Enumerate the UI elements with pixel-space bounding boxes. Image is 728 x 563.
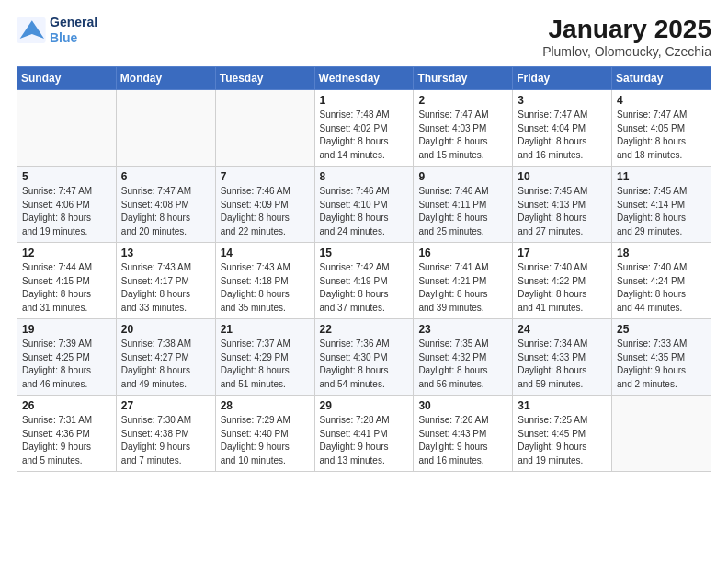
- day-info: Sunrise: 7:31 AM Sunset: 4:36 PM Dayligh…: [22, 414, 111, 467]
- calendar-cell: 31Sunrise: 7:25 AM Sunset: 4:45 PM Dayli…: [513, 396, 612, 472]
- day-info: Sunrise: 7:33 AM Sunset: 4:35 PM Dayligh…: [617, 338, 706, 391]
- calendar-cell: 5Sunrise: 7:47 AM Sunset: 4:06 PM Daylig…: [17, 167, 117, 243]
- calendar-cell: 25Sunrise: 7:33 AM Sunset: 4:35 PM Dayli…: [612, 319, 711, 396]
- day-number: 28: [221, 399, 310, 412]
- day-info: Sunrise: 7:48 AM Sunset: 4:02 PM Dayligh…: [320, 109, 409, 162]
- day-info: Sunrise: 7:46 AM Sunset: 4:10 PM Dayligh…: [320, 185, 409, 238]
- day-number: 15: [320, 247, 409, 259]
- day-header-thursday: Thursday: [414, 67, 513, 90]
- day-info: Sunrise: 7:40 AM Sunset: 4:24 PM Dayligh…: [617, 261, 706, 315]
- day-number: 29: [320, 399, 409, 412]
- day-info: Sunrise: 7:46 AM Sunset: 4:11 PM Dayligh…: [418, 185, 507, 238]
- logo-icon: [17, 17, 46, 43]
- day-info: Sunrise: 7:35 AM Sunset: 4:32 PM Dayligh…: [418, 338, 507, 391]
- calendar-cell: 20Sunrise: 7:38 AM Sunset: 4:27 PM Dayli…: [116, 319, 215, 396]
- day-header-friday: Friday: [513, 67, 612, 90]
- day-number: 19: [22, 323, 111, 336]
- logo-text: General Blue: [50, 15, 97, 46]
- day-info: Sunrise: 7:36 AM Sunset: 4:30 PM Dayligh…: [320, 338, 409, 391]
- calendar-cell: 26Sunrise: 7:31 AM Sunset: 4:36 PM Dayli…: [17, 396, 117, 472]
- day-info: Sunrise: 7:47 AM Sunset: 4:03 PM Dayligh…: [418, 109, 507, 162]
- day-header-monday: Monday: [116, 67, 215, 90]
- day-info: Sunrise: 7:47 AM Sunset: 4:04 PM Dayligh…: [518, 109, 607, 162]
- calendar-cell: 14Sunrise: 7:43 AM Sunset: 4:18 PM Dayli…: [215, 243, 314, 319]
- calendar-cell: 28Sunrise: 7:29 AM Sunset: 4:40 PM Dayli…: [215, 396, 314, 472]
- calendar-cell: 22Sunrise: 7:36 AM Sunset: 4:30 PM Dayli…: [314, 319, 414, 396]
- calendar-cell: 19Sunrise: 7:39 AM Sunset: 4:25 PM Dayli…: [17, 319, 117, 396]
- day-info: Sunrise: 7:38 AM Sunset: 4:27 PM Dayligh…: [121, 338, 210, 391]
- calendar-cell: 30Sunrise: 7:26 AM Sunset: 4:43 PM Dayli…: [414, 396, 513, 472]
- calendar-cell: 29Sunrise: 7:28 AM Sunset: 4:41 PM Dayli…: [314, 396, 414, 472]
- calendar-cell: 24Sunrise: 7:34 AM Sunset: 4:33 PM Dayli…: [513, 319, 612, 396]
- day-number: 18: [617, 247, 706, 259]
- day-number: 1: [320, 94, 409, 107]
- calendar-cell: 12Sunrise: 7:44 AM Sunset: 4:15 PM Dayli…: [17, 243, 117, 319]
- day-number: 21: [221, 323, 310, 336]
- day-info: Sunrise: 7:44 AM Sunset: 4:15 PM Dayligh…: [22, 261, 111, 315]
- calendar-table: SundayMondayTuesdayWednesdayThursdayFrid…: [17, 66, 711, 472]
- day-number: 3: [518, 94, 607, 107]
- day-number: 20: [121, 323, 210, 336]
- day-info: Sunrise: 7:43 AM Sunset: 4:18 PM Dayligh…: [221, 261, 310, 315]
- calendar-header-row: SundayMondayTuesdayWednesdayThursdayFrid…: [17, 67, 711, 90]
- day-header-sunday: Sunday: [17, 67, 117, 90]
- day-header-tuesday: Tuesday: [215, 67, 314, 90]
- calendar-cell: 8Sunrise: 7:46 AM Sunset: 4:10 PM Daylig…: [314, 167, 414, 243]
- day-info: Sunrise: 7:47 AM Sunset: 4:06 PM Dayligh…: [22, 185, 111, 238]
- calendar-cell: 2Sunrise: 7:47 AM Sunset: 4:03 PM Daylig…: [414, 90, 513, 167]
- day-number: 30: [418, 399, 507, 412]
- calendar-cell: 17Sunrise: 7:40 AM Sunset: 4:22 PM Dayli…: [513, 243, 612, 319]
- day-number: 7: [221, 170, 310, 183]
- calendar-cell: 27Sunrise: 7:30 AM Sunset: 4:38 PM Dayli…: [116, 396, 215, 472]
- day-info: Sunrise: 7:47 AM Sunset: 4:05 PM Dayligh…: [617, 109, 706, 162]
- day-info: Sunrise: 7:39 AM Sunset: 4:25 PM Dayligh…: [22, 338, 111, 391]
- day-info: Sunrise: 7:29 AM Sunset: 4:40 PM Dayligh…: [221, 414, 310, 467]
- day-number: 6: [121, 170, 210, 183]
- header: General Blue January 2025 Plumlov, Olomo…: [17, 15, 711, 59]
- calendar-cell: 15Sunrise: 7:42 AM Sunset: 4:19 PM Dayli…: [314, 243, 414, 319]
- day-number: 13: [121, 247, 210, 259]
- day-number: 10: [518, 170, 607, 183]
- calendar-cell: 23Sunrise: 7:35 AM Sunset: 4:32 PM Dayli…: [414, 319, 513, 396]
- calendar-cell: 4Sunrise: 7:47 AM Sunset: 4:05 PM Daylig…: [612, 90, 711, 167]
- calendar-cell: 10Sunrise: 7:45 AM Sunset: 4:13 PM Dayli…: [513, 167, 612, 243]
- day-info: Sunrise: 7:47 AM Sunset: 4:08 PM Dayligh…: [121, 185, 210, 238]
- calendar-week-2: 5Sunrise: 7:47 AM Sunset: 4:06 PM Daylig…: [17, 167, 711, 243]
- day-info: Sunrise: 7:43 AM Sunset: 4:17 PM Dayligh…: [121, 261, 210, 315]
- day-number: 12: [22, 247, 111, 259]
- calendar-cell: 6Sunrise: 7:47 AM Sunset: 4:08 PM Daylig…: [116, 167, 215, 243]
- day-info: Sunrise: 7:30 AM Sunset: 4:38 PM Dayligh…: [121, 414, 210, 467]
- day-info: Sunrise: 7:37 AM Sunset: 4:29 PM Dayligh…: [221, 338, 310, 391]
- title-block: January 2025 Plumlov, Olomoucky, Czechia: [542, 15, 711, 59]
- day-number: 25: [617, 323, 706, 336]
- day-number: 2: [418, 94, 507, 107]
- day-number: 8: [320, 170, 409, 183]
- day-info: Sunrise: 7:42 AM Sunset: 4:19 PM Dayligh…: [320, 261, 409, 315]
- day-number: 23: [418, 323, 507, 336]
- day-info: Sunrise: 7:25 AM Sunset: 4:45 PM Dayligh…: [518, 414, 607, 467]
- calendar-week-3: 12Sunrise: 7:44 AM Sunset: 4:15 PM Dayli…: [17, 243, 711, 319]
- day-number: 27: [121, 399, 210, 412]
- calendar-cell: [215, 90, 314, 167]
- day-header-saturday: Saturday: [612, 67, 711, 90]
- calendar-cell: 11Sunrise: 7:45 AM Sunset: 4:14 PM Dayli…: [612, 167, 711, 243]
- day-info: Sunrise: 7:46 AM Sunset: 4:09 PM Dayligh…: [221, 185, 310, 238]
- calendar-week-5: 26Sunrise: 7:31 AM Sunset: 4:36 PM Dayli…: [17, 396, 711, 472]
- day-number: 14: [221, 247, 310, 259]
- page: General Blue January 2025 Plumlov, Olomo…: [0, 0, 728, 563]
- day-number: 16: [418, 247, 507, 259]
- calendar-cell: 16Sunrise: 7:41 AM Sunset: 4:21 PM Dayli…: [414, 243, 513, 319]
- day-number: 4: [617, 94, 706, 107]
- day-number: 5: [22, 170, 111, 183]
- calendar-cell: 18Sunrise: 7:40 AM Sunset: 4:24 PM Dayli…: [612, 243, 711, 319]
- day-number: 26: [22, 399, 111, 412]
- day-number: 17: [518, 247, 607, 259]
- calendar-cell: [17, 90, 117, 167]
- calendar-cell: 1Sunrise: 7:48 AM Sunset: 4:02 PM Daylig…: [314, 90, 414, 167]
- calendar-week-1: 1Sunrise: 7:48 AM Sunset: 4:02 PM Daylig…: [17, 90, 711, 167]
- day-info: Sunrise: 7:41 AM Sunset: 4:21 PM Dayligh…: [418, 261, 507, 315]
- day-info: Sunrise: 7:26 AM Sunset: 4:43 PM Dayligh…: [418, 414, 507, 467]
- day-info: Sunrise: 7:45 AM Sunset: 4:13 PM Dayligh…: [518, 185, 607, 238]
- logo: General Blue: [17, 15, 97, 46]
- day-info: Sunrise: 7:45 AM Sunset: 4:14 PM Dayligh…: [617, 185, 706, 238]
